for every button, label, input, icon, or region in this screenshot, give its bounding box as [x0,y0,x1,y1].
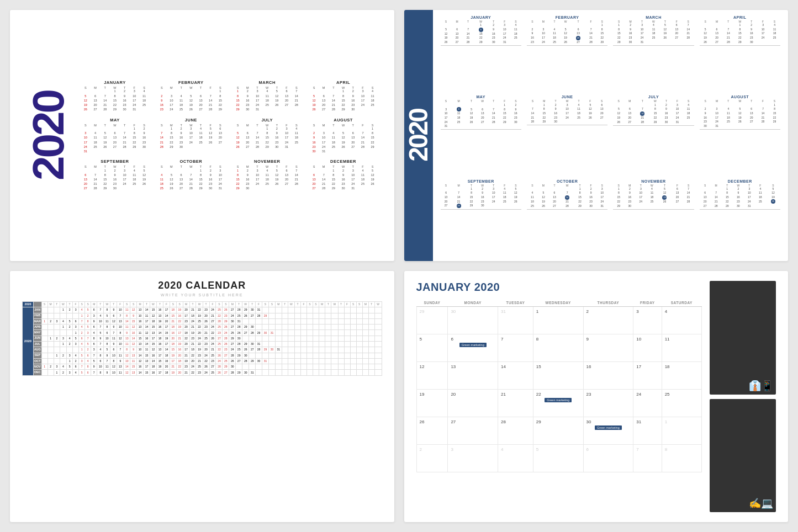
slide3-title: 2020 CALENDAR [22,280,382,291]
year-label-slide2: 2020 [404,109,434,162]
row-calendar-table: 2020SMTWTFSSMTWTFSSMTWTFSSMTWTFSSMTWTFSS… [22,301,382,376]
slide3-subtitle: WRITE YOUR SUBTITLE HERE [22,293,382,297]
month-block2-december: DECEMBERSMTWTFS1234567891011121314151617… [700,179,780,256]
month-block-december: DECEMBERSMTWTFS1234567891011121314151617… [309,159,378,191]
slide-3-row-calendar: 2020 CALENDAR WRITE YOUR SUBTITLE HERE 2… [10,271,394,522]
month-block2-november: NOVEMBERSMTWTFS1234567891011121314151617… [613,179,694,256]
calendar-grid-slide1: JANUARYSMTWTFS12345678910111213141516171… [81,80,378,191]
month-block2-october: OCTOBERSMTWTFS12345678910111213141516171… [527,179,607,256]
slide-4-january-calendar: JANUARY 2020 SUNDAYMONDAYTUESDAYWEDNESDA… [404,271,789,522]
month-block-february: FEBRUARYSMTWTFS1234567891011121314151617… [157,80,225,112]
photo-1 [710,281,776,395]
slide4-year: 2020 [474,281,500,293]
month-block2-january: JANUARYSMTWTFS12345678910111213141516171… [441,15,521,92]
month-block-september: SEPTEMBERSMTWTFS123456789101112131415161… [81,159,149,191]
month-block-october: OCTOBERSMTWTFS12345678910111213141516171… [157,159,225,191]
slide4-title: JANUARY 2020 [416,281,702,294]
month-block-april: APRILSMTWTFS1234567891011121314151617181… [309,80,378,112]
month-block2-march: MARCHSMTWTFS1234567891011121314151617181… [613,15,694,92]
photo-2 [710,399,776,513]
month-block2-may: MAYSMTWTFS123456789101112131415161718192… [441,95,521,175]
january-calendar-left: JANUARY 2020 SUNDAYMONDAYTUESDAYWEDNESDA… [416,281,702,512]
slide4-month: JANUARY [416,281,471,293]
month-block-august: AUGUSTSMTWTFS123456789101112131415161718… [309,118,378,154]
blue-accent-bar: 2020 [404,10,433,261]
month-block-july: JULYSMTWTFS12345678910111213141516171819… [233,118,302,154]
month-block-may: MAYSMTWTFS123456789101112131415161718192… [81,118,149,154]
slide4-photos [710,281,776,512]
year-label-slide1: 2020 [27,91,71,180]
month-block-june: JUNESMTWTFS12345678910111213141516171819… [157,118,225,154]
calendar-content-slide2: JANUARYSMTWTFS12345678910111213141516171… [433,10,789,261]
month-block2-june: JUNESMTWTFS12345678910111213141516171819… [527,95,607,175]
slide-2-blue-calendar: 2020 JANUARYSMTWTFS123456789101112131415… [404,10,789,261]
month-block2-february: FEBRUARYSMTWTFS1234567891011121314151617… [527,15,607,92]
month-block-march: MARCHSMTWTFS1234567891011121314151617181… [233,80,302,112]
month-block2-september: SEPTEMBERSMTWTFS123456789101112131415161… [441,179,521,256]
slide-1-year-calendar: 2020 JANUARYSMTWTFS123456789101112131415… [10,10,394,261]
january-month-table: SUNDAYMONDAYTUESDAYWEDNESDAYTHURSDAYFRID… [416,299,702,472]
month-block2-april: APRILSMTWTFS1234567891011121314151617181… [700,15,780,92]
month-block-november: NOVEMBERSMTWTFS1234567891011121314151617… [233,159,302,191]
month-block-january: JANUARYSMTWTFS12345678910111213141516171… [81,80,149,112]
month-block2-july: JULYSMTWTFS12345678910111213141516171819… [613,95,694,175]
month-block2-august: AUGUSTSMTWTFS123456789101112131415161718… [700,95,780,175]
